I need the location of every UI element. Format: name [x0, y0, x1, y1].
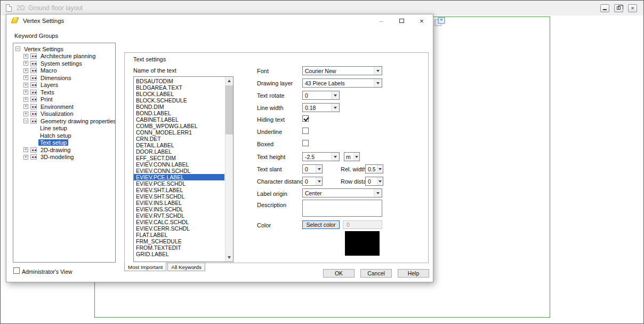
collapse-icon[interactable]: − [23, 118, 28, 123]
dialog-titlebar[interactable]: Vertex Settings – × [6, 14, 433, 27]
app-close-button[interactable]: × [628, 4, 637, 12]
dialog-close-button[interactable]: × [414, 15, 430, 26]
select-color-button[interactable]: Select color [302, 220, 340, 229]
list-item[interactable]: EVIEV.CONN.SCHDL [134, 168, 224, 174]
tree-item-3d-modeling[interactable]: +3D-modeling [13, 154, 115, 161]
ok-button[interactable]: OK [323, 269, 355, 278]
sheet-symbol-icon[interactable] [434, 17, 446, 28]
char-distance-select[interactable]: 0 [302, 177, 323, 186]
list-item[interactable]: EVIEV.RVT.SCHDL [134, 212, 224, 219]
collapse-icon[interactable]: − [15, 46, 20, 51]
administrators-view-checkbox[interactable] [13, 267, 20, 274]
list-item[interactable]: EVIEV.PCE.SCHDL [134, 180, 224, 187]
expand-icon[interactable]: + [23, 54, 28, 59]
tree-item-visualization[interactable]: +Visualization [13, 110, 115, 118]
list-item[interactable]: DOOR.LABEL [134, 148, 224, 155]
line-width-select[interactable]: 0.18 [302, 103, 340, 112]
boxed-checkbox[interactable] [302, 140, 309, 146]
list-item[interactable]: DETAIL.LABEL [134, 142, 224, 148]
tree-item-vertex-settings[interactable]: −Vertex Settings [13, 45, 115, 53]
text-slant-select[interactable]: 0 [302, 164, 323, 173]
label-origin-label: Label origin [257, 191, 287, 197]
chevron-down-icon [377, 165, 383, 173]
list-item[interactable]: GRID.LABEL [134, 251, 224, 257]
text-height-unit-select[interactable]: m [344, 152, 360, 161]
tree-item-label: Geometry drawing properties [39, 118, 116, 124]
tree-item-2d-drawing[interactable]: +2D-drawing [13, 146, 115, 154]
list-item[interactable]: EVIEV.CALC.SCHDL [134, 219, 224, 225]
text-height-unit-value: m [346, 154, 351, 160]
app-restore-button[interactable] [614, 4, 623, 12]
text-height-select[interactable]: -2.5 [302, 152, 340, 161]
expand-icon[interactable]: + [23, 97, 28, 102]
tree-item-icon [30, 118, 37, 124]
tree-item-hatch-setup[interactable]: Hatch setup [13, 132, 115, 139]
app-minimize-button[interactable] [600, 4, 609, 12]
list-item[interactable]: EVIEV.INS.SCHDL [134, 206, 224, 212]
expand-icon[interactable]: + [23, 112, 28, 116]
rel-width-select[interactable]: 0.5 [365, 164, 383, 173]
row-distance-select[interactable]: 0 [365, 177, 383, 186]
tree-item-dimensions[interactable]: +Dimensions [13, 74, 115, 82]
list-item[interactable]: CABINET.LABEL [134, 116, 224, 123]
list-item[interactable]: BLDGAREA.TEXT [134, 84, 224, 91]
list-item[interactable]: CONN_MODEL.ERR1 [134, 129, 224, 136]
list-item[interactable]: COMB_WPDWG.LABEL [134, 123, 224, 129]
expand-icon[interactable]: + [23, 155, 28, 160]
expand-icon[interactable]: + [23, 90, 28, 94]
list-scrollbar[interactable] [225, 77, 233, 262]
underline-checkbox[interactable] [302, 128, 309, 134]
keyword-tree[interactable]: −Vertex Settings+Architecture planning+S… [13, 43, 116, 263]
expand-icon[interactable]: + [23, 83, 28, 88]
font-select[interactable]: Courier New [302, 66, 382, 75]
expand-icon[interactable]: + [23, 68, 28, 73]
hiding-text-checkbox[interactable] [302, 115, 309, 122]
tree-item-environment[interactable]: +Environment [13, 103, 115, 110]
tree-item-text-setup[interactable]: Text setup [13, 139, 115, 147]
list-item[interactable]: EVIEV.CERR.SCHDL [134, 225, 224, 232]
tree-item-layers[interactable]: +Layers [13, 82, 115, 89]
list-item[interactable]: FRM_SCHEDULE [134, 238, 224, 244]
text-rotate-select[interactable]: 0 [302, 91, 340, 100]
tree-item-macro[interactable]: +Macro [13, 67, 115, 75]
scroll-up-button[interactable] [226, 77, 233, 85]
list-item[interactable]: EFF_SECT.DIM [134, 155, 224, 161]
label-origin-select[interactable]: Center [302, 188, 382, 197]
list-item[interactable]: CRN.DET [134, 136, 224, 142]
list-item[interactable]: EVIEV.CONN.LABEL [134, 161, 224, 168]
dialog-minimize-button[interactable]: – [373, 15, 389, 26]
list-item[interactable]: EVIEV.INS.LABEL [134, 200, 224, 206]
dialog-window-controls: – × [373, 15, 430, 26]
scroll-down-button[interactable] [226, 254, 233, 262]
list-item[interactable]: EVIEV.SHT.LABEL [134, 187, 224, 193]
list-item[interactable]: EVIEV.SHT.SCHDL [134, 193, 224, 200]
text-name-list[interactable]: BDSAUTODIMBLDGAREA.TEXTBLOCK.LABELBLOCK.… [133, 76, 234, 262]
list-item[interactable]: BLOCK.LABEL [134, 91, 224, 97]
description-input[interactable] [302, 200, 382, 217]
dialog-maximize-button[interactable] [393, 15, 409, 26]
scrollbar-thumb[interactable] [226, 85, 233, 135]
tree-item-system-settings[interactable]: +System settings [13, 60, 115, 67]
expand-icon[interactable]: + [23, 75, 28, 80]
list-item[interactable]: FLAT.LABEL [134, 232, 224, 238]
tree-item-geometry-drawing-properties[interactable]: −Geometry drawing properties [13, 117, 115, 125]
list-item[interactable]: FROM.TEXTEDIT [134, 244, 224, 251]
tab-all-keywords[interactable]: All Keywords [167, 263, 205, 271]
tree-item-print[interactable]: +Print [13, 96, 115, 104]
drawing-layer-select[interactable]: 43 Piece Labels [302, 78, 382, 88]
list-item[interactable]: BDSAUTODIM [134, 78, 224, 84]
tree-item-line-setup[interactable]: Line setup [13, 125, 115, 132]
expand-icon[interactable]: + [23, 104, 28, 109]
list-item[interactable]: EVIEV.PCE.LABEL [134, 174, 224, 180]
tree-item-texts[interactable]: +Texts [13, 89, 115, 96]
tree-item-architecture-planning[interactable]: +Architecture planning [13, 53, 115, 60]
expand-icon[interactable]: + [23, 147, 28, 152]
list-item[interactable]: BOND.LABEL [134, 110, 224, 116]
list-item[interactable]: BLOCK.SCHEDULE [134, 97, 224, 104]
list-item[interactable]: BOND.DIM [134, 104, 224, 110]
expand-icon[interactable]: + [23, 61, 28, 66]
help-button[interactable]: Help [398, 269, 429, 278]
tab-most-important[interactable]: Most Important [124, 262, 166, 271]
cancel-button[interactable]: Cancel [360, 269, 392, 278]
document-icon [6, 4, 12, 12]
